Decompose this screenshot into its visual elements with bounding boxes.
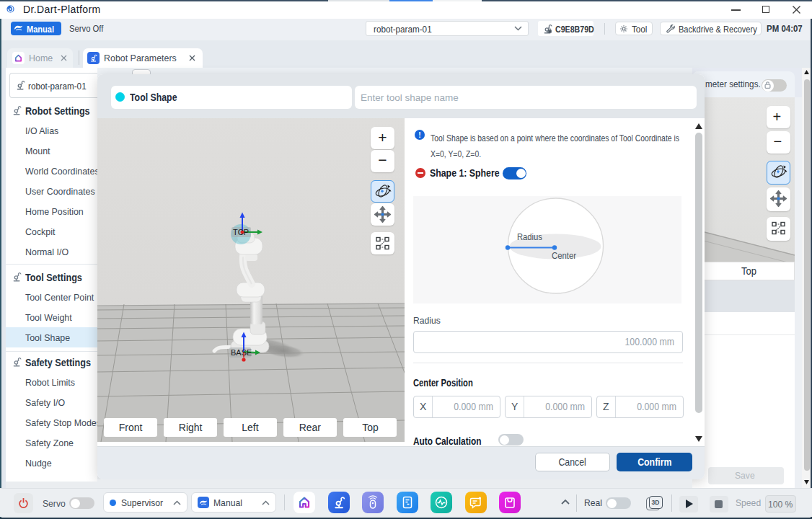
svg-text:BASE: BASE bbox=[231, 348, 252, 357]
svg-text:Radius: Radius bbox=[517, 232, 542, 242]
svg-text:Center: Center bbox=[552, 251, 576, 261]
svg-text:TCP: TCP bbox=[233, 228, 249, 236]
